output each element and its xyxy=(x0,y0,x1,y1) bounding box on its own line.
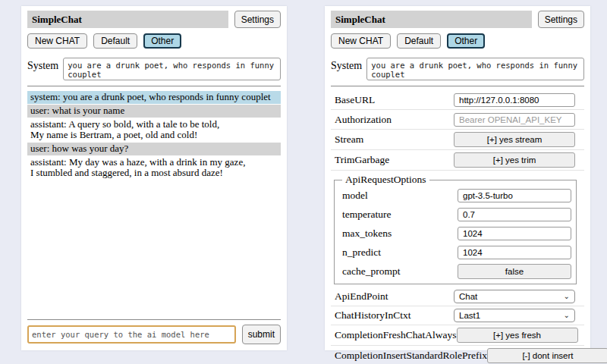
temperature-input[interactable] xyxy=(458,208,571,221)
setting-row-baseurl: BaseURL xyxy=(331,90,584,110)
fieldset-legend: ApiRequestOptions xyxy=(342,174,429,186)
setting-label: ChatHistoryInCtxt xyxy=(335,309,411,322)
setting-row-trimgarbage: TrimGarbage [+] yes trim xyxy=(331,150,584,171)
setting-label: temperature xyxy=(342,209,391,221)
system-prompt-label: System xyxy=(331,58,362,72)
setting-label: model xyxy=(342,190,368,202)
workspace: SimpleChat Settings New CHAT Default Oth… xyxy=(0,0,607,364)
setting-row-model: model xyxy=(341,186,573,205)
apiendpoint-select[interactable]: Chat ⌄ xyxy=(454,290,575,303)
setting-label: Stream xyxy=(335,133,363,146)
setting-label: Authorization xyxy=(335,114,392,126)
spacer xyxy=(27,180,281,314)
setting-label: BaseURL xyxy=(335,94,375,106)
divider xyxy=(27,319,281,320)
stream-toggle-button[interactable]: [+] yes stream xyxy=(454,132,575,147)
app-title: SimpleChat xyxy=(331,11,532,28)
setting-row-apiendpoint: ApiEndPoint Chat ⌄ xyxy=(331,287,584,306)
chat-message-user: user: how was your day? xyxy=(27,143,281,155)
setting-row-completioninsertstandardroleprefix: CompletionInsertStandardRolePrefix [-] d… xyxy=(331,346,584,364)
chathistoryinctxt-select[interactable]: Last1 ⌄ xyxy=(454,309,575,322)
header-row: SimpleChat Settings xyxy=(27,11,281,28)
setting-label: n_predict xyxy=(342,246,381,259)
system-prompt-textarea[interactable]: you are a drunk poet, who responds in fu… xyxy=(366,58,584,80)
header-row: SimpleChat Settings xyxy=(331,11,584,28)
selected-value: Last1 xyxy=(459,311,480,320)
chat-message-system: system: you are a drunk poet, who respon… xyxy=(27,91,281,104)
setting-label: CompletionInsertStandardRolePrefix xyxy=(335,350,487,362)
completion-insert-toggle-button[interactable]: [-] dont insert xyxy=(487,348,607,363)
query-bar: submit xyxy=(27,325,281,344)
max-tokens-input[interactable] xyxy=(458,227,571,240)
divider xyxy=(27,86,281,86)
setting-label: max_tokens xyxy=(342,228,392,240)
query-input[interactable] xyxy=(27,325,236,344)
chat-message-assistant: assistant: My day was a haze, with a dri… xyxy=(27,156,281,180)
session-button-other[interactable]: Other xyxy=(143,33,181,49)
chat-message-user: user: what is your name xyxy=(27,105,281,118)
setting-label: cache_prompt xyxy=(342,265,400,278)
completion-fresh-toggle-button[interactable]: [+] yes fresh xyxy=(457,328,578,343)
selected-value: Chat xyxy=(459,292,477,301)
setting-row-cache-prompt: cache_prompt false xyxy=(341,262,573,281)
settings-button[interactable]: Settings xyxy=(538,11,584,28)
model-input[interactable] xyxy=(458,189,571,202)
settings-button[interactable]: Settings xyxy=(234,11,281,28)
setting-row-n-predict: n_predict xyxy=(341,243,573,262)
session-button-default[interactable]: Default xyxy=(397,33,441,49)
trimgarbage-toggle-button[interactable]: [+] yes trim xyxy=(454,152,575,168)
setting-label: ApiEndPoint xyxy=(335,290,388,303)
chat-message-list: system: you are a drunk poet, who respon… xyxy=(27,91,281,180)
setting-row-chathistoryinctxt: ChatHistoryInCtxt Last1 ⌄ xyxy=(331,306,584,325)
chat-panel: SimpleChat Settings New CHAT Default Oth… xyxy=(21,6,287,350)
divider xyxy=(331,86,584,86)
n-predict-input[interactable] xyxy=(458,246,571,259)
new-chat-button[interactable]: New CHAT xyxy=(331,33,391,49)
api-request-options-fieldset: ApiRequestOptions model temperature max_… xyxy=(334,174,577,284)
setting-label: TrimGarbage xyxy=(335,154,389,166)
baseurl-input[interactable] xyxy=(454,93,575,107)
setting-row-temperature: temperature xyxy=(341,205,573,224)
chevron-down-icon: ⌄ xyxy=(564,293,570,300)
setting-row-stream: Stream [+] yes stream xyxy=(331,130,584,150)
session-bar: New CHAT Default Other xyxy=(27,33,281,49)
system-prompt-row: System you are a drunk poet, who respond… xyxy=(27,58,281,80)
chat-message-assistant: assistant: A query so bold, with a tale … xyxy=(27,118,281,142)
app-title: SimpleChat xyxy=(27,11,228,28)
system-prompt-textarea[interactable]: you are a drunk poet, who responds in fu… xyxy=(63,58,281,80)
cache-prompt-toggle-button[interactable]: false xyxy=(458,264,571,279)
session-bar: New CHAT Default Other xyxy=(331,33,584,49)
setting-row-authorization: Authorization xyxy=(331,110,584,130)
submit-button[interactable]: submit xyxy=(242,325,281,344)
session-button-default[interactable]: Default xyxy=(93,33,137,49)
system-prompt-label: System xyxy=(27,58,58,72)
chevron-down-icon: ⌄ xyxy=(564,312,570,319)
setting-label: CompletionFreshChatAlways xyxy=(335,329,457,341)
session-button-other[interactable]: Other xyxy=(447,33,485,49)
new-chat-button[interactable]: New CHAT xyxy=(27,33,87,49)
setting-row-completionfreshchatalways: CompletionFreshChatAlways [+] yes fresh xyxy=(331,325,584,346)
settings-panel: SimpleChat Settings New CHAT Default Oth… xyxy=(325,6,590,350)
authorization-input[interactable] xyxy=(454,113,575,127)
system-prompt-row: System you are a drunk poet, who respond… xyxy=(331,58,584,80)
setting-row-max-tokens: max_tokens xyxy=(341,224,573,243)
